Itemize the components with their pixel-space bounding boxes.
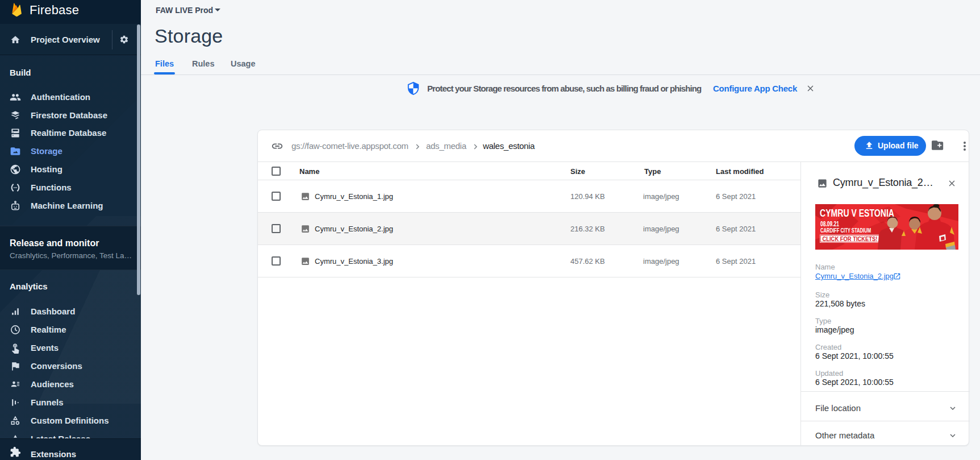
svg-text:CARDIFF CITY STADIUM: CARDIFF CITY STADIUM	[820, 227, 871, 234]
svg-text:CLICK FOR TICKETS!: CLICK FOR TICKETS!	[823, 235, 878, 242]
svg-text:CYMRU V ESTONIA: CYMRU V ESTONIA	[820, 207, 894, 219]
